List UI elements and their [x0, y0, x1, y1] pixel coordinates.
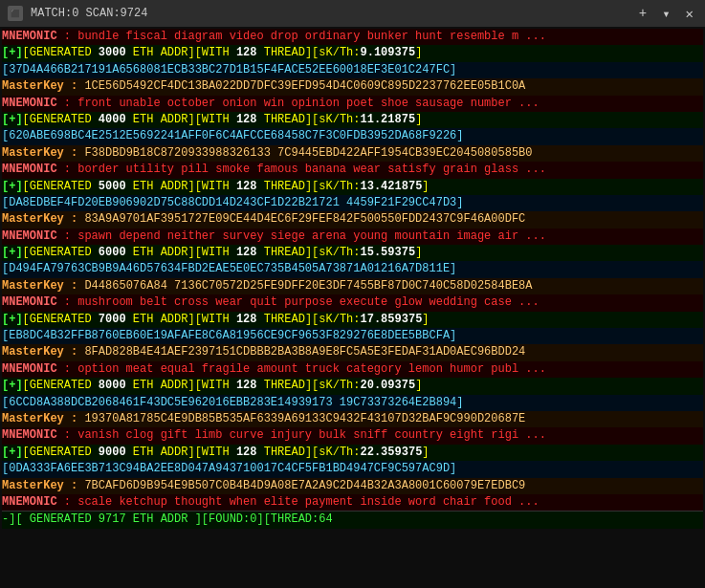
terminal-line-3: MasterKey : 1CE56D5492CF4DC13BA022DD7DFC… — [2, 78, 703, 95]
tab-dropdown-button[interactable]: ▾ — [658, 6, 673, 22]
terminal-line-21: [+][GENERATED 8000 ETH ADDR][WITH 128 TH… — [2, 378, 703, 394]
terminal-line-29: -][ GENERATED 9717 ETH ADDR ][FOUND:0][T… — [2, 511, 703, 528]
title-bar: ⬛ MATCH:0 SCAN:9724 + ▾ ✕ — [0, 0, 705, 27]
terminal-line-9: [+][GENERATED 5000 ETH ADDR][WITH 128 TH… — [2, 179, 703, 195]
terminal-content: MNEMONIC : bundle fiscal diagram video d… — [0, 27, 705, 588]
app-icon: ⬛ — [8, 6, 23, 21]
terminal-line-13: [+][GENERATED 6000 ETH ADDR][WITH 128 TH… — [2, 245, 703, 261]
terminal-line-17: [+][GENERATED 7000 ETH ADDR][WITH 128 TH… — [2, 312, 703, 328]
terminal-line-19: MasterKey : 8FAD828B4E41AEF2397151CDBBB2… — [2, 344, 703, 360]
terminal-line-20: MNEMONIC : option meat equal fragile amo… — [2, 361, 703, 378]
terminal-line-27: MasterKey : 7BCAFD6D9B954E9B507C0B4B4D9A… — [2, 478, 703, 494]
terminal-line-10: [DA8EDBEF4FD20EB906902D75C88CDD14D243CF1… — [2, 195, 703, 211]
terminal-line-11: MasterKey : 83A9A9701AF3951727E09CE44D4E… — [2, 211, 703, 228]
terminal-line-2: [37D4A466B217191A6568081ECB33BC27D1B15F4… — [2, 62, 703, 78]
title-bar-text: MATCH:0 SCAN:9724 — [31, 7, 628, 20]
terminal-line-15: MasterKey : D44865076A84 7136C70572D25FE… — [2, 278, 703, 294]
terminal-line-6: [620ABE698BC4E2512E5692241AFF0F6C4AFCCE6… — [2, 128, 703, 144]
terminal-line-26: [0DA333FA6EE3B713C94BA2EE8D047A943710017… — [2, 461, 703, 477]
terminal-line-18: [EB8DC4B32FFB8760EB60E19AFAFE8C6A81956CE… — [2, 328, 703, 344]
terminal-line-12: MNEMONIC : spawn depend neither survey s… — [2, 229, 703, 245]
terminal-line-24: MNEMONIC : vanish clog gift limb curve i… — [2, 427, 703, 444]
close-button[interactable]: ✕ — [682, 6, 697, 22]
terminal-line-4: MNEMONIC : front unable october onion wi… — [2, 96, 703, 112]
terminal-line-1: [+][GENERATED 3000 ETH ADDR][WITH 128 TH… — [2, 45, 703, 61]
terminal-line-0: MNEMONIC : bundle fiscal diagram video d… — [2, 29, 703, 45]
terminal-line-14: [D494FA79763CB9B9A46D57634FBD2EAE5E0EC73… — [2, 261, 703, 277]
terminal-line-16: MNEMONIC : mushroom belt cross wear quit… — [2, 294, 703, 311]
terminal-line-23: MasterKey : 19370A81785C4E9DB85B535AF633… — [2, 411, 703, 427]
main-window: ⬛ MATCH:0 SCAN:9724 + ▾ ✕ MNEMONIC : bun… — [0, 0, 705, 588]
terminal-line-5: [+][GENERATED 4000 ETH ADDR][WITH 128 TH… — [2, 112, 703, 128]
new-tab-button[interactable]: + — [635, 6, 650, 21]
terminal-line-25: [+][GENERATED 9000 ETH ADDR][WITH 128 TH… — [2, 445, 703, 461]
terminal-line-7: MasterKey : F38DBD9B18C8720933988326133 … — [2, 145, 703, 162]
terminal-line-22: [6CCD8A388DCB2068461F43DC5E962016EBB283E… — [2, 395, 703, 411]
terminal-line-28: MNEMONIC : scale ketchup thought when el… — [2, 494, 703, 511]
terminal-line-8: MNEMONIC : border utility pill smoke fam… — [2, 162, 703, 178]
